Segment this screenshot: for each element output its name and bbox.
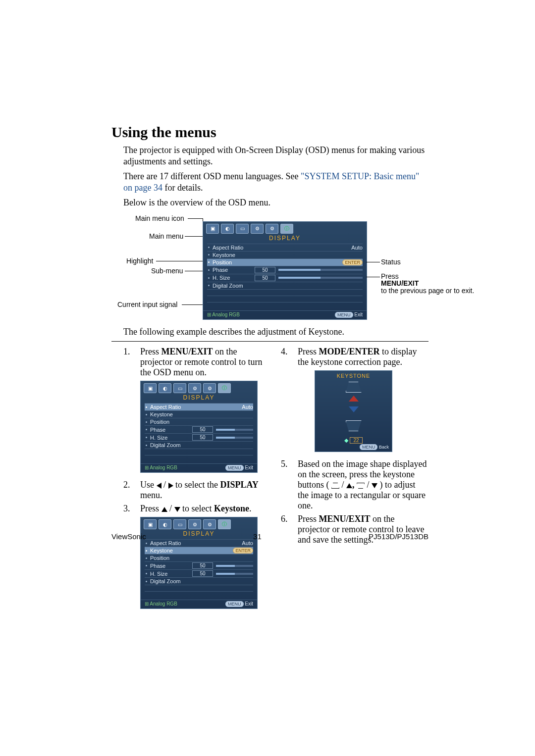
menu-tab-icon: ⓘ [218,383,231,393]
text: Press [298,347,319,356]
text: DISPLAY [220,480,258,490]
osd-item-highlighted: Aspect Ratio [150,404,192,410]
input-signal: Analog RGB [150,465,177,470]
step-number: 4. [281,347,298,456]
exit-label: Exit [354,312,363,317]
paragraph: The following example describes the adju… [123,326,428,338]
menu-tab-icon: ⓘ [218,519,231,529]
osd-value: 50 [192,570,213,577]
divider [111,341,428,342]
footer-model: PJ513D/PJ513DB [369,532,428,541]
osd-value: Auto [242,540,253,546]
step-text: Press MENU/EXIT on the projector or remo… [140,347,271,477]
text: to select the [173,480,220,490]
text: MENU/EXIT [161,347,213,356]
osd-window: ▣ ◐ ▭ ⚙ ⚙ ⓘ DISPLAY Aspect RatioAuto Key… [140,381,258,473]
section-heading: Using the menus [111,124,428,141]
text: for details. [162,183,203,193]
menu-tab-icon: ◐ [159,519,171,529]
osd-value: Auto [351,245,363,251]
text: MODE/ENTER [319,347,380,356]
down-arrow-icon [349,406,359,412]
text: MENU/EXIT [319,514,371,524]
osd-item: Aspect Ratio [213,245,255,251]
step-text: Press MODE/ENTER to display the keystone… [298,347,428,456]
step-text: Use / to select the DISPLAY menu. [140,480,271,501]
osd-item: H. Size [150,571,192,577]
up-arrow-icon [161,507,167,512]
trapezoid-icon [346,382,362,393]
footer-page: 31 [253,532,262,541]
osd-value: 50 [192,562,213,569]
input-signal: Analog RGB [212,312,240,317]
menu-tab-icon: ▣ [206,224,219,234]
exit-label: Exit [245,601,253,606]
osd-item: Phase [150,427,192,433]
osd-title: DISPLAY [203,234,367,244]
osd-value: 50 [192,426,213,433]
osd-item: Position [150,555,192,561]
text: Press [140,347,161,356]
input-signal: Analog RGB [150,601,177,606]
step-number: 2. [123,480,140,501]
text: There are 17 different OSD menu language… [123,171,301,181]
diagram-label: Sub-menu [151,267,183,275]
text: to select [180,504,214,513]
menu-tab-icon: ⚙ [203,383,216,393]
keystone-value: 22 [350,437,362,444]
osd-item: Aspect Ratio [150,540,192,546]
up-arrow-icon [349,396,359,402]
paragraph: There are 17 different OSD menu language… [123,171,428,193]
osd-item: Position [150,419,192,425]
menu-tab-icon: ⚙ [188,383,201,393]
step-number: 5. [281,459,298,511]
trapezoid-icon [331,483,339,489]
step-text: Based on the image shape displayed on th… [298,459,428,511]
menu-chip: MENU [360,444,378,450]
enter-chip: ENTER [233,548,253,554]
osd-item-highlighted: Keystone [150,548,192,554]
menu-tab-icon: ◐ [159,383,171,393]
step-number: 1. [123,347,140,477]
text: Press [381,272,399,280]
trapezoid-icon [346,420,362,431]
osd-item: H. Size [150,435,192,441]
keystone-window: KEYSTONE ◆ 22 MENU Back [315,370,392,452]
text: Press [140,504,161,513]
up-arrow-icon [346,483,352,488]
osd-item: Phase [150,563,192,569]
text: Keystone [214,504,249,513]
menu-chip: MENU [225,601,244,607]
down-arrow-icon [174,507,180,512]
down-arrow-icon [372,483,377,488]
diagram-label: Highlight [126,257,153,265]
diagram-label: Press MENU/EXIT to the previous page or … [381,273,427,295]
trapezoid-icon [357,483,365,489]
osd-window: ▣ ◐ ▭ ⚙ ⚙ ⓘ DISPLAY Aspect RatioAuto Key… [140,517,258,609]
osd-title: DISPLAY [141,393,257,403]
diagram-label: Current input signal [117,301,177,308]
osd-item: Digital Zoom [150,442,192,448]
menu-tab-icon: ▣ [144,519,157,529]
footer-brand: ViewSonic [111,532,146,541]
diagram-label: Status [381,258,401,266]
osd-value: 50 [255,267,275,273]
menu-chip: MENU [225,465,244,471]
right-arrow-icon [168,483,173,489]
osd-item: Digital Zoom [150,578,192,584]
osd-value: Auto [242,404,253,410]
paragraph: Below is the overview of the OSD menu. [123,197,428,208]
osd-value: 50 [255,275,275,281]
menu-tab-icon: ▭ [236,224,249,234]
osd-item: Digital Zoom [213,283,255,289]
paragraph: The projector is equipped with On-Screen… [123,145,428,167]
osd-value: 50 [192,434,213,441]
text: menu. [140,490,162,500]
text: MENU/EXIT [381,279,419,287]
menu-tab-icon: ⚙ [266,224,278,234]
osd-window: ▣ ◐ ▭ ⚙ ⚙ ⓘ DISPLAY Aspect RatioAuto Key… [203,221,367,320]
osd-item: H. Size [213,275,255,281]
text: Use [140,480,157,490]
enter-chip: ENTER [342,259,363,265]
menu-tab-icon: ⚙ [203,519,216,529]
